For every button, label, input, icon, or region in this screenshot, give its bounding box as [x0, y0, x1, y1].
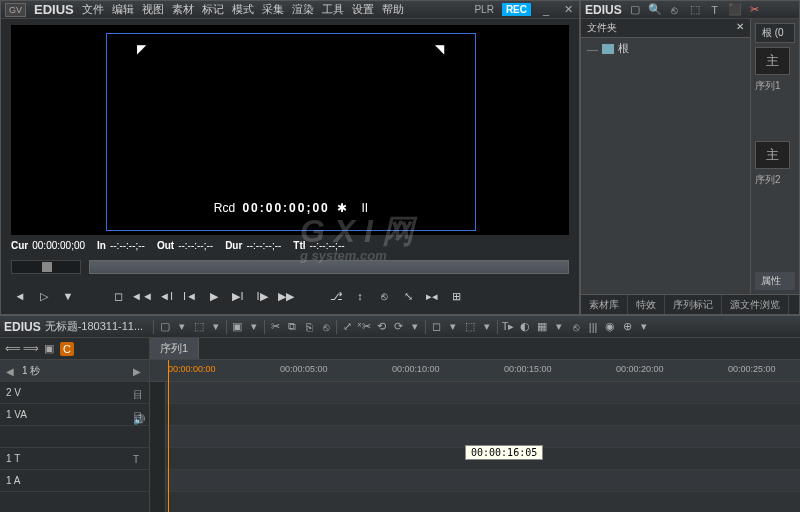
tl-toolbar-19[interactable]: T▸	[501, 320, 515, 334]
tl-toolbar-24[interactable]: |||	[586, 320, 600, 334]
transport-btn-8[interactable]: ▶I	[229, 287, 247, 305]
folder-root[interactable]: —根	[581, 38, 750, 59]
bin-tool-0[interactable]: ▢	[628, 3, 642, 17]
tl-toolbar-3[interactable]: ▾	[209, 320, 223, 334]
tl-ctrl-2[interactable]: ▣	[42, 342, 56, 356]
menu-edit[interactable]: 编辑	[112, 2, 134, 17]
tl-toolbar-13[interactable]: ⟳	[391, 320, 405, 334]
text-tool-icon[interactable]: T	[708, 3, 722, 17]
tl-toolbar-25[interactable]: ◉	[603, 320, 617, 334]
transport-btn-7[interactable]: ▶	[205, 287, 223, 305]
bin-tool-3[interactable]: ⬚	[688, 3, 702, 17]
track-header-2 V[interactable]: 2 V目	[0, 382, 149, 404]
transport-btn-0[interactable]: ◄	[11, 287, 29, 305]
tl-toolbar-10[interactable]: ⤢	[340, 320, 354, 334]
menu-mode[interactable]: 模式	[232, 2, 254, 17]
menu-settings[interactable]: 设置	[352, 2, 374, 17]
transport-btn-16[interactable]: ⊞	[447, 287, 465, 305]
tab-markers[interactable]: 序列标记	[665, 295, 722, 314]
track-header-1 VA[interactable]: 1 VA目🔊	[0, 404, 149, 426]
track-header-3[interactable]	[0, 426, 149, 448]
close-icon[interactable]: ✕	[736, 21, 744, 35]
tl-toolbar-21[interactable]: ▦	[535, 320, 549, 334]
scissors-icon[interactable]: ✂	[748, 3, 762, 17]
tl-toolbar-15[interactable]: ◻	[429, 320, 443, 334]
tl-toolbar-27[interactable]: ▾	[637, 320, 651, 334]
bin-tool-5[interactable]: ⬛	[728, 3, 742, 17]
tl-toolbar-14[interactable]: ▾	[408, 320, 422, 334]
tl-toolbar-17[interactable]: ⬚	[463, 320, 477, 334]
menu-clip[interactable]: 素材	[172, 2, 194, 17]
folder-icon	[602, 44, 614, 54]
tab-effects[interactable]: 特效	[628, 295, 665, 314]
tl-toolbar-5[interactable]: ▾	[247, 320, 261, 334]
tab-browse[interactable]: 源文件浏览	[722, 295, 789, 314]
transport-btn-12[interactable]: ↕	[351, 287, 369, 305]
sequence-thumb-2[interactable]: 主	[755, 141, 790, 169]
tl-toolbar-6[interactable]: ✂	[268, 320, 282, 334]
rec-label[interactable]: REC	[502, 3, 531, 16]
close-icon[interactable]: ✕	[561, 4, 575, 16]
folder-tab: 文件夹✕	[581, 19, 750, 38]
tl-toolbar-12[interactable]: ⟲	[374, 320, 388, 334]
transport-btn-13[interactable]: ⎋	[375, 287, 393, 305]
tl-toolbar-1[interactable]: ▾	[175, 320, 189, 334]
tl-toolbar-7[interactable]: ⧉	[285, 320, 299, 334]
menu-view[interactable]: 视图	[142, 2, 164, 17]
transport-btn-15[interactable]: ▸◂	[423, 287, 441, 305]
track-lane[interactable]	[150, 470, 800, 492]
properties-row[interactable]: 属性	[755, 272, 795, 290]
tl-toolbar-20[interactable]: ◐	[518, 320, 532, 334]
bin-tool-2[interactable]: ⎋	[668, 3, 682, 17]
transport-btn-2[interactable]: ▼	[59, 287, 77, 305]
bin-tabs: 素材库 特效 序列标记 源文件浏览	[581, 294, 799, 314]
menu-help[interactable]: 帮助	[382, 2, 404, 17]
tl-toolbar-16[interactable]: ▾	[446, 320, 460, 334]
tl-toolbar-23[interactable]: ⎋	[569, 320, 583, 334]
tl-toolbar-22[interactable]: ▾	[552, 320, 566, 334]
tl-toolbar-26[interactable]: ⊕	[620, 320, 634, 334]
transport-btn-1[interactable]: ▷	[35, 287, 53, 305]
tl-toolbar-2[interactable]: ⬚	[192, 320, 206, 334]
track-header-1 T[interactable]: 1 TT	[0, 448, 149, 470]
transport-btn-3[interactable]: ◻	[109, 287, 127, 305]
plr-label[interactable]: PLR	[474, 4, 493, 15]
sequence-thumb-1[interactable]: 主	[755, 47, 790, 75]
search-icon[interactable]: 🔍	[648, 3, 662, 17]
transport-btn-14[interactable]: ⤡	[399, 287, 417, 305]
transport-btn-11[interactable]: ⎇	[327, 287, 345, 305]
menu-tools[interactable]: 工具	[322, 2, 344, 17]
jog-slider[interactable]	[11, 260, 81, 274]
transport-btn-9[interactable]: I▶	[253, 287, 271, 305]
ruler-tc: 00:00:15:00	[504, 364, 552, 374]
tl-ctrl-0[interactable]: ⟸	[6, 342, 20, 356]
track-lane[interactable]	[150, 404, 800, 426]
transport-btn-5[interactable]: ◄I	[157, 287, 175, 305]
tl-toolbar-18[interactable]: ▾	[480, 320, 494, 334]
transport-btn-4[interactable]: ◄◄	[133, 287, 151, 305]
sequence-tab[interactable]: 序列1	[150, 338, 199, 359]
transport-btn-10[interactable]: ▶▶	[277, 287, 295, 305]
minimize-icon[interactable]: _	[539, 4, 553, 16]
tl-ctrl-1[interactable]: ⟹	[24, 342, 38, 356]
shuttle-slider[interactable]	[89, 260, 569, 274]
track-header-1 A[interactable]: 1 A	[0, 470, 149, 492]
tab-library[interactable]: 素材库	[581, 295, 628, 314]
menu-file[interactable]: 文件	[82, 2, 104, 17]
tl-toolbar-0[interactable]: ▢	[158, 320, 172, 334]
menu-render[interactable]: 渲染	[292, 2, 314, 17]
track-header-0[interactable]: ◀1 秒▶	[0, 360, 149, 382]
tl-toolbar-8[interactable]: ⎘	[302, 320, 316, 334]
transport-btn-6[interactable]: I◄	[181, 287, 199, 305]
viewport[interactable]: ◤ ◥ Rcd 00:00:00;00 ✱ II	[11, 25, 569, 235]
menu-marker[interactable]: 标记	[202, 2, 224, 17]
menu-capture[interactable]: 采集	[262, 2, 284, 17]
thumb-pane: 根 (0 主 序列1 主 序列2 属性	[751, 19, 799, 294]
track-content[interactable]: 00:00:00:0000:00:05:0000:00:10:0000:00:1…	[150, 360, 800, 512]
playhead[interactable]	[168, 360, 169, 512]
tl-toolbar-4[interactable]: ▣	[230, 320, 244, 334]
track-lane[interactable]	[150, 382, 800, 404]
tl-toolbar-9[interactable]: ⎋	[319, 320, 333, 334]
tl-toolbar-11[interactable]: ˣ✂	[357, 320, 371, 334]
tl-ctrl-c[interactable]: C	[60, 342, 74, 356]
